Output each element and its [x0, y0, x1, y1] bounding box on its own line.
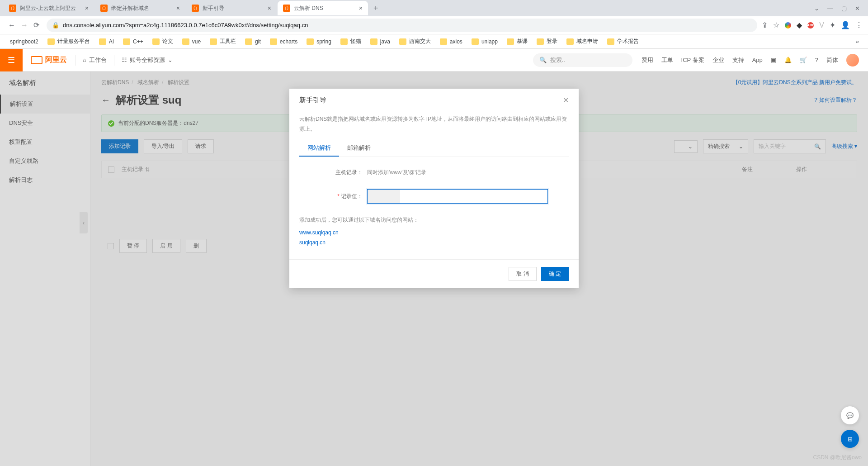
browser-tab-3[interactable]: 〔〕云解析 DNS×	[278, 1, 368, 15]
help-icon[interactable]: ?	[815, 57, 818, 63]
bookmark-item[interactable]: echarts	[265, 37, 302, 47]
address-bar[interactable]: 🔒 dns.console.aliyun.com/?spm=a2c4g.1118…	[47, 19, 757, 32]
forward-button[interactable]: →	[18, 19, 31, 32]
watermark: CSDN @欧尼酱owo	[813, 454, 862, 461]
close-icon[interactable]: ×	[176, 5, 180, 12]
bookmark-item[interactable]: 计量服务平台	[43, 36, 94, 47]
lock-icon: 🔒	[52, 22, 59, 29]
nav-support[interactable]: 支持	[732, 56, 744, 64]
bookmark-item[interactable]: uniapp	[467, 37, 502, 47]
profile-icon[interactable]: 👤	[841, 21, 850, 29]
close-window-icon[interactable]: ✕	[855, 5, 860, 12]
nav-fee[interactable]: 费用	[642, 56, 653, 64]
bookmark-item[interactable]: springboot2	[5, 37, 43, 47]
close-icon[interactable]: ×	[359, 5, 363, 12]
guide-modal: 新手引导 ✕ 云解析DNS就是指把网站域名或应用资源转换为数字 IP地址，从而将…	[289, 89, 579, 288]
folder-icon	[307, 38, 314, 45]
maximize-icon[interactable]: ▢	[841, 5, 847, 12]
ext-icon[interactable]: ◆	[797, 21, 802, 29]
cloudshell-icon[interactable]: ▣	[771, 57, 776, 63]
bookmark-item[interactable]: 登录	[532, 36, 562, 47]
aliyun-logo[interactable]: 阿里云	[23, 55, 75, 65]
bookmark-item[interactable]: 论文	[148, 36, 178, 47]
star-icon[interactable]: ☆	[773, 21, 779, 29]
browser-tab-2[interactable]: 〔〕新手引导×	[186, 1, 277, 15]
folder-icon	[399, 38, 406, 45]
account-dropdown[interactable]: ☷账号全部资源⌄	[114, 55, 180, 66]
bookmark-item[interactable]: axios	[435, 37, 467, 47]
chevron-down-icon[interactable]: ⌄	[814, 5, 819, 12]
search-icon: 🔍	[539, 57, 547, 63]
chat-button[interactable]: 💬	[841, 406, 859, 424]
tab-email[interactable]: 邮箱解析	[339, 140, 379, 157]
bookmark-item[interactable]: java	[366, 37, 395, 47]
ext-google-icon[interactable]	[785, 22, 791, 29]
bookmark-item[interactable]: vue	[178, 37, 205, 47]
folder-icon	[182, 38, 189, 45]
list-icon: ☷	[122, 57, 127, 63]
bookmark-item[interactable]: spring	[302, 37, 336, 47]
folder-icon	[370, 38, 377, 45]
logo-icon	[31, 56, 42, 64]
nav-icp[interactable]: ICP 备案	[681, 56, 704, 64]
bookmark-item[interactable]: C++	[118, 37, 148, 47]
home-icon: ⌂	[83, 57, 86, 63]
folder-icon	[123, 38, 130, 45]
bookmarks-overflow[interactable]: »	[852, 38, 863, 45]
bookmark-item[interactable]: 怪猫	[336, 36, 366, 47]
domain-link-root[interactable]: suqiqaq.cn	[299, 239, 569, 246]
bookmark-item[interactable]: git	[241, 37, 265, 47]
hamburger-menu[interactable]: ☰	[0, 49, 23, 71]
header-right: 费用 工单 ICP 备案 企业 支持 App ▣ 🔔 🛒 ? 简体	[632, 54, 868, 67]
folder-icon	[607, 38, 614, 45]
modal-description: 云解析DNS就是指把网站域名或应用资源转换为数字 IP地址，从而将最终用户的访问…	[299, 114, 569, 134]
new-tab-button[interactable]: +	[369, 4, 383, 13]
bookmark-item[interactable]: 西南交大	[395, 36, 435, 47]
tab-title: 云解析 DNS	[294, 5, 356, 12]
extensions: ⇪ ☆ ◆ ABP V ✦ 👤 ⋮	[762, 21, 863, 29]
browser-tabs: 〔〕阿里云-上云就上阿里云× 〔〕绑定并解析域名× 〔〕新手引导× 〔〕云解析 …	[0, 0, 868, 16]
avatar[interactable]	[846, 54, 859, 67]
bookmark-item[interactable]: 慕课	[502, 36, 532, 47]
browser-tab-1[interactable]: 〔〕绑定并解析域名×	[95, 1, 185, 15]
minimize-icon[interactable]: —	[827, 5, 833, 12]
close-icon[interactable]: ×	[85, 5, 89, 12]
bookmark-item[interactable]: 域名申请	[562, 36, 603, 47]
nav-app[interactable]: App	[752, 57, 763, 63]
browser-tab-0[interactable]: 〔〕阿里云-上云就上阿里云×	[4, 1, 94, 15]
tab-website[interactable]: 网站解析	[299, 140, 339, 157]
domain-link-www[interactable]: www.suqiqaq.cn	[299, 229, 569, 236]
favicon: 〔〕	[192, 5, 199, 12]
lang-selector[interactable]: 简体	[826, 56, 838, 64]
nav-ticket[interactable]: 工单	[661, 56, 673, 64]
bookmark-item[interactable]: 学术报告	[603, 36, 643, 47]
folder-icon	[340, 38, 348, 45]
host-record-value: 同时添加'www'及'@'记录	[367, 169, 426, 176]
bell-icon[interactable]: 🔔	[784, 57, 792, 63]
close-icon[interactable]: ✕	[563, 96, 569, 105]
abp-icon[interactable]: ABP	[807, 22, 814, 29]
cancel-button[interactable]: 取 消	[509, 267, 536, 281]
header-search[interactable]: 🔍搜索..	[533, 53, 632, 67]
close-icon[interactable]: ×	[268, 5, 271, 12]
cart-icon[interactable]: 🛒	[800, 57, 807, 63]
folder-icon	[152, 38, 160, 45]
favicon: 〔〕	[9, 5, 16, 12]
success-text: 添加成功后，您可以通过以下域名访问您的网站：	[299, 216, 569, 224]
nav-enterprise[interactable]: 企业	[712, 56, 724, 64]
folder-icon	[440, 38, 447, 45]
workbench-link[interactable]: ⌂工作台	[75, 55, 114, 66]
confirm-button[interactable]: 确 定	[541, 267, 569, 281]
back-button[interactable]: ←	[5, 19, 18, 32]
bookmark-item[interactable]: AI	[94, 37, 118, 47]
record-value-input[interactable]	[367, 189, 548, 204]
tab-title: 新手引导	[203, 5, 265, 12]
share-icon[interactable]: ⇪	[762, 21, 768, 29]
apps-button[interactable]: ⊞	[841, 430, 859, 448]
extensions-icon[interactable]: ✦	[830, 21, 835, 29]
menu-icon[interactable]: ⋮	[855, 21, 863, 29]
folder-icon	[270, 38, 277, 45]
ext-v-icon[interactable]: V	[819, 21, 824, 29]
reload-button[interactable]: ⟳	[31, 18, 42, 32]
bookmark-item[interactable]: 工具栏	[205, 36, 241, 47]
